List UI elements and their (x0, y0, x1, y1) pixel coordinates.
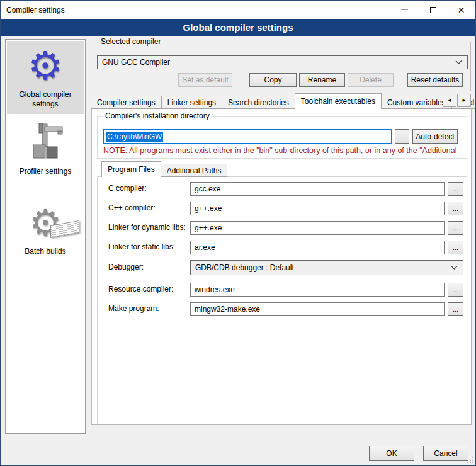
compiler-settings-dialog: Compiler settings ✕ Global compiler sett… (0, 0, 476, 466)
debugger-value: GDB/CDB debugger : Default (195, 263, 294, 272)
close-button[interactable]: ✕ (447, 1, 475, 19)
close-icon: ✕ (458, 6, 465, 14)
selected-compiler-value: GNU GCC Compiler (102, 58, 170, 67)
maximize-button[interactable] (419, 1, 447, 19)
programs-subtabstrip: Program Files Additional Paths (101, 161, 227, 177)
sidebar-item-label: Global compiler settings (8, 90, 82, 109)
reset-defaults-button[interactable]: Reset defaults (407, 73, 463, 87)
settings-category-list: ⚙ Global compiler settings Profiler sett… (5, 39, 86, 434)
cpp-compiler-input[interactable]: g++.exe (190, 202, 445, 215)
title-bar[interactable]: Compiler settings ✕ (1, 1, 475, 19)
tab-toolchain-executables[interactable]: Toolchain executables (295, 93, 382, 109)
resource-compiler-input[interactable]: windres.exe (190, 283, 445, 297)
copy-button[interactable]: Copy (249, 73, 297, 87)
tab-scroll-right-icon[interactable]: ► (457, 94, 471, 107)
dialog-header: Global compiler settings (1, 19, 475, 36)
tab-scroll-arrows: ◄ ► (442, 94, 471, 107)
program-files-page: C compiler: gcc.exe ... C++ compiler: g+… (97, 176, 467, 424)
settings-tabstrip: Compiler settings Linker settings Search… (91, 93, 475, 109)
tab-compiler-settings[interactable]: Compiler settings (91, 96, 162, 109)
dynamic-linker-label: Linker for dynamic libs: (108, 223, 186, 232)
form-row: Linker for static libs: ar.exe ... (98, 241, 467, 254)
debugger-dropdown[interactable]: GDB/CDB debugger : Default (190, 260, 463, 275)
form-row: C++ compiler: g++.exe ... (98, 202, 467, 215)
static-linker-browse-button[interactable]: ... (448, 241, 463, 254)
sidebar-item-batch-builds[interactable]: ⚙ Batch builds (7, 198, 84, 261)
tab-custom-variables[interactable]: Custom variables (381, 96, 452, 109)
installation-directory-group: Compiler's installation directory C:\ray… (97, 116, 467, 159)
form-row: Linker for dynamic libs: g++.exe ... (98, 221, 467, 235)
install-dir-selected-text: C:\raylib\MinGW (106, 132, 163, 142)
resource-compiler-browse-button[interactable]: ... (448, 283, 463, 297)
debugger-label: Debugger: (108, 263, 144, 271)
auto-detect-button[interactable]: Auto-detect (412, 129, 458, 144)
resource-compiler-label: Resource compiler: (108, 285, 173, 293)
minimize-button[interactable] (390, 1, 419, 19)
ok-button[interactable]: OK (369, 446, 414, 461)
sidebar-item-label: Profiler settings (20, 167, 72, 176)
set-as-default-button[interactable]: Set as default (178, 73, 232, 87)
dialog-body: ⚙ Global compiler settings Profiler sett… (1, 36, 475, 465)
form-row: Debugger: GDB/CDB debugger : Default (98, 260, 467, 275)
form-row: C compiler: gcc.exe ... (98, 182, 467, 196)
selected-compiler-group: Selected compiler GNU GCC Compiler Set a… (93, 42, 471, 91)
chevron-down-icon (451, 266, 458, 270)
toolchain-executables-page: Compiler's installation directory C:\ray… (91, 107, 472, 425)
form-row: Resource compiler: windres.exe ... (98, 283, 467, 297)
cancel-button[interactable]: Cancel (423, 446, 468, 461)
maximize-icon (430, 7, 436, 13)
c-compiler-label: C compiler: (108, 184, 147, 193)
dynamic-linker-browse-button[interactable]: ... (448, 221, 463, 235)
minimize-icon (401, 9, 408, 10)
installation-directory-group-label: Compiler's installation directory (103, 111, 212, 120)
static-linker-label: Linker for static libs: (108, 242, 175, 251)
dynamic-linker-input[interactable]: g++.exe (190, 221, 445, 235)
sidebar-item-profiler-settings[interactable]: Profiler settings (7, 118, 84, 181)
chevron-down-icon (455, 60, 462, 64)
make-program-input[interactable]: mingw32-make.exe (190, 302, 445, 316)
cpp-compiler-label: C++ compiler: (108, 203, 156, 212)
selected-compiler-group-label: Selected compiler (98, 37, 163, 46)
window-title: Compiler settings (6, 6, 65, 14)
blue-gear-icon: ⚙ (28, 46, 63, 86)
make-program-label: Make program: (108, 304, 159, 313)
cpp-compiler-browse-button[interactable]: ... (448, 202, 463, 215)
form-row: Make program: mingw32-make.exe ... (98, 302, 467, 316)
subtab-program-files[interactable]: Program Files (101, 161, 161, 177)
footer-separator (5, 440, 471, 440)
subtab-additional-paths[interactable]: Additional Paths (161, 164, 228, 177)
resize-grip[interactable] (467, 457, 473, 463)
c-compiler-browse-button[interactable]: ... (448, 182, 463, 196)
c-compiler-input[interactable]: gcc.exe (190, 182, 445, 196)
install-dir-note: NOTE: All programs must exist either in … (103, 146, 465, 155)
install-dir-input[interactable]: C:\raylib\MinGW (103, 129, 392, 144)
sidebar-item-label: Batch builds (25, 247, 65, 256)
tab-scroll-left-icon[interactable]: ◄ (443, 94, 456, 107)
tab-search-directories[interactable]: Search directories (222, 96, 295, 109)
delete-button[interactable]: Delete (348, 73, 394, 87)
caliper-icon (25, 123, 65, 163)
sidebar-item-global-compiler-settings[interactable]: ⚙ Global compiler settings (7, 41, 84, 114)
static-linker-input[interactable]: ar.exe (190, 241, 445, 254)
rename-button[interactable]: Rename (299, 73, 345, 87)
tab-linker-settings[interactable]: Linker settings (161, 96, 222, 109)
window-controls: ✕ (390, 1, 475, 19)
make-program-browse-button[interactable]: ... (448, 302, 463, 316)
selected-compiler-dropdown[interactable]: GNU GCC Compiler (97, 55, 468, 69)
install-dir-browse-button[interactable]: ... (395, 129, 409, 144)
